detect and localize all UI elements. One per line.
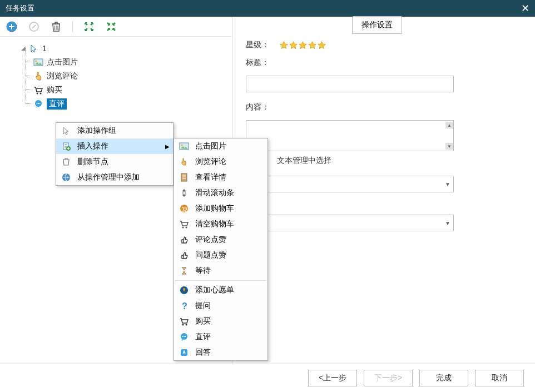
svg-point-5 [40, 92, 42, 94]
svg-text:?: ? [182, 301, 187, 311]
submenu-buy[interactable]: 购买 [174, 314, 268, 329]
star-rating[interactable] [279, 41, 326, 50]
prev-button[interactable]: <上一步 [308, 370, 357, 386]
svg-rect-16 [183, 191, 185, 195]
title-label: 标题： [246, 58, 279, 68]
answer-icon [179, 348, 190, 358]
cancel-button[interactable]: 取消 [475, 370, 524, 386]
svg-point-8 [38, 103, 39, 104]
combo-2[interactable]: ▼ [246, 215, 454, 231]
star-icon[interactable] [317, 41, 326, 50]
tree-item-direct-review[interactable]: 直评 [9, 97, 223, 111]
separator [175, 280, 266, 281]
menu-insert-action[interactable]: 插入操作 ▶ [56, 138, 173, 154]
submenu-label: 浏览评论 [195, 157, 226, 167]
menu-label: 添加操作组 [77, 126, 116, 136]
context-menu: 添加操作组 插入操作 ▶ 删除节点 从操作管理中添加 [56, 122, 174, 186]
title-input[interactable] [246, 76, 454, 92]
expand-all-button[interactable] [83, 21, 95, 33]
menu-label: 删除节点 [77, 157, 108, 167]
submenu-wait[interactable]: 等待 [174, 263, 268, 279]
submenu-click-image[interactable]: 点击图片 [174, 138, 268, 154]
cursor-icon [29, 43, 39, 53]
submenu-wishlist[interactable]: 添加心愿单 [174, 282, 268, 298]
content-textarea[interactable]: ▲ ▼ [246, 120, 454, 151]
menu-label: 从操作管理中添加 [77, 172, 140, 182]
submenu-arrow-icon: ▶ [165, 143, 170, 150]
submenu-ask[interactable]: ?提问 [174, 298, 268, 314]
svg-point-27 [185, 336, 186, 337]
tree-item-label: 点击图片 [47, 57, 78, 67]
combo-1[interactable]: ▼ [246, 176, 454, 192]
submenu-label: 滑动滚动条 [195, 188, 234, 198]
scroll-up-icon[interactable]: ▲ [445, 122, 453, 128]
menu-delete-node[interactable]: 删除节点 [56, 154, 173, 170]
menu-label: 插入操作 [77, 141, 108, 151]
submenu-answer[interactable]: 回答 [174, 345, 268, 360]
tree-item-buy[interactable]: 购买 [9, 83, 223, 97]
submenu-review-like[interactable]: 评论点赞 [174, 232, 268, 247]
close-icon[interactable]: ✕ [521, 2, 529, 14]
tree-item-browse-reviews[interactable]: 浏览评论 [9, 69, 223, 83]
wishlist-icon [179, 285, 190, 295]
star-rating-row: 星级： [246, 40, 522, 50]
tree-item-click-image[interactable]: 点击图片 [9, 55, 223, 69]
star-icon[interactable] [308, 41, 317, 50]
svg-point-14 [181, 145, 183, 146]
image-icon [33, 57, 43, 67]
hourglass-icon [179, 266, 190, 276]
submenu-label: 回答 [195, 348, 211, 358]
star-icon[interactable] [289, 41, 298, 50]
collapse-all-button[interactable] [105, 21, 117, 33]
star-icon[interactable] [279, 41, 289, 50]
submenu-browse-reviews[interactable]: 浏览评论 [174, 154, 268, 170]
submenu-question-like[interactable]: 问题点赞 [174, 247, 268, 263]
submenu-label: 添加心愿单 [195, 285, 234, 295]
submenu-view-detail[interactable]: 查看详情 [174, 170, 268, 185]
svg-rect-15 [181, 173, 187, 181]
pointer-icon [33, 71, 43, 81]
tab-operation-settings[interactable]: 操作设置 [352, 16, 402, 34]
svg-point-19 [186, 227, 187, 229]
svg-point-4 [37, 92, 38, 94]
trash-button[interactable] [50, 21, 62, 33]
svg-point-7 [37, 103, 38, 104]
next-button: 下一步> [364, 370, 413, 386]
submenu-scroll[interactable]: 滑动滚动条 [174, 185, 268, 201]
submenu-label: 查看详情 [195, 172, 226, 182]
tree-view[interactable]: ◢ 1 点击图片 浏览评论 购买 直评 [0, 37, 232, 115]
dropdown-arrow-icon: ▼ [442, 217, 453, 229]
chat-icon [33, 99, 43, 109]
submenu-clear-cart[interactable]: 清空购物车 [174, 216, 268, 232]
menu-add-action-group[interactable]: 添加操作组 [56, 123, 173, 138]
hint-text: 文本管理中选择 [246, 156, 522, 166]
menu-add-from-manager[interactable]: 从操作管理中添加 [56, 170, 173, 185]
svg-point-22 [182, 324, 184, 326]
submenu-label: 问题点赞 [195, 250, 226, 260]
title-row: 标题： [246, 58, 522, 68]
separator [72, 21, 73, 32]
tree-root-label: 1 [42, 44, 47, 53]
tree-root[interactable]: ◢ 1 [9, 41, 223, 55]
add-button[interactable] [6, 21, 18, 33]
submenu-direct-review[interactable]: 直评 [174, 329, 268, 345]
submenu-label: 添加购物车 [195, 204, 234, 214]
right-panel: 操作设置 星级： 标题： 内容： ▲ ▼ 文本管理中选择 ▼ ▼ [232, 17, 535, 364]
titlebar: 任务设置 ✕ [0, 0, 535, 17]
dropdown-arrow-icon: ▼ [442, 178, 453, 190]
thumb-icon [179, 250, 190, 260]
add-cart-icon [179, 204, 190, 214]
finish-button[interactable]: 完成 [419, 370, 468, 386]
submenu-label: 购买 [195, 316, 211, 326]
svg-point-18 [182, 227, 184, 229]
submenu-label: 提问 [195, 301, 211, 311]
scroll-icon [179, 188, 190, 198]
submenu-add-cart[interactable]: 添加购物车 [174, 201, 268, 216]
question-icon: ? [179, 301, 190, 311]
toolbar [0, 17, 232, 37]
star-label: 星级： [246, 40, 279, 50]
scroll-down-icon[interactable]: ▼ [445, 143, 453, 150]
cart-icon [33, 85, 43, 95]
cart-icon [179, 219, 190, 229]
star-icon[interactable] [298, 41, 308, 50]
